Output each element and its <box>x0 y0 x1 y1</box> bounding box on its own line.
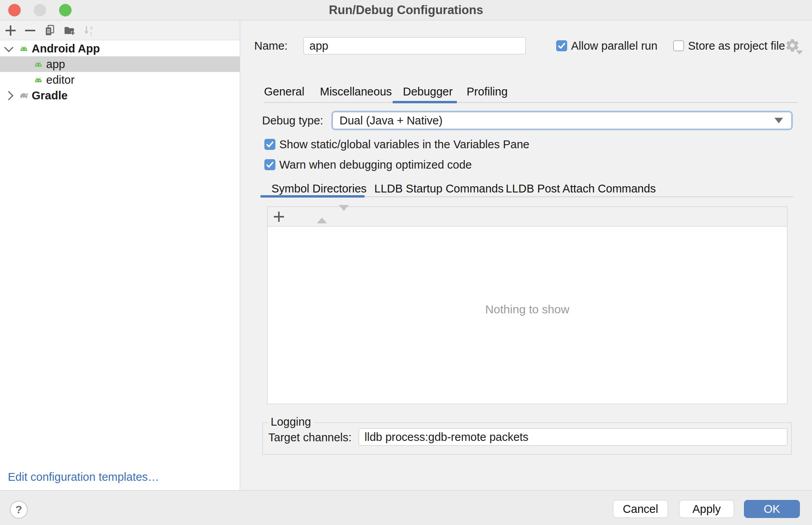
traffic-lights <box>8 0 72 20</box>
tree-item-label[interactable]: app <box>46 58 65 71</box>
tab-debugger[interactable]: Debugger <box>403 85 453 98</box>
remove-icon <box>295 211 307 223</box>
android-icon <box>32 74 44 86</box>
store-as-project-file-checkbox[interactable] <box>673 40 684 51</box>
help-button[interactable]: ? <box>10 501 28 519</box>
allow-parallel-run-checkbox[interactable] <box>556 40 567 51</box>
target-channels-label: Target channels: <box>268 431 352 444</box>
tree-item-gradle[interactable]: Gradle <box>0 88 240 103</box>
move-down-icon <box>339 211 350 223</box>
android-icon <box>18 43 29 54</box>
zoom-button[interactable] <box>59 4 72 16</box>
tree-item-editor[interactable]: editor <box>0 72 240 88</box>
sidebar-toolbar: a z <box>0 21 240 40</box>
warn-optimized-code-label[interactable]: Warn when debugging optimized code <box>279 158 472 171</box>
debug-type-select[interactable]: Dual (Java + Native) <box>331 111 793 130</box>
chevron-down-icon <box>774 118 783 123</box>
table-toolbar <box>268 207 787 227</box>
chevron-right-icon[interactable] <box>4 91 13 100</box>
debug-type-value: Dual (Java + Native) <box>332 114 774 127</box>
tree-item-android-app[interactable]: Android App <box>0 41 240 56</box>
gear-dropdown-arrow-icon <box>796 50 803 54</box>
logging-group-legend: Logging <box>268 415 314 428</box>
sort-alphabetically-icon: a z <box>83 25 95 36</box>
name-label: Name: <box>254 39 287 52</box>
tab-miscellaneous[interactable]: Miscellaneous <box>320 85 392 98</box>
show-static-global-variables-checkbox[interactable] <box>264 139 275 150</box>
cancel-button[interactable]: Cancel <box>613 500 668 518</box>
tab-profiling[interactable]: Profiling <box>467 85 508 98</box>
store-as-project-file-label[interactable]: Store as project file <box>688 39 785 52</box>
add-icon[interactable] <box>5 25 16 36</box>
debug-type-label: Debug type: <box>262 114 323 127</box>
minimize-button[interactable] <box>34 4 46 16</box>
move-up-icon <box>317 211 329 223</box>
new-folder-icon[interactable] <box>63 25 75 36</box>
add-icon[interactable] <box>273 211 285 223</box>
empty-list-text: Nothing to show <box>268 303 787 316</box>
tree-item-label[interactable]: Gradle <box>32 89 68 102</box>
window-title: Run/Debug Configurations <box>0 0 812 20</box>
ok-button[interactable]: OK <box>744 500 800 518</box>
gear-icon[interactable] <box>785 38 801 54</box>
show-static-global-variables-label[interactable]: Show static/global variables in the Vari… <box>279 138 529 151</box>
svg-text:z: z <box>90 31 92 36</box>
apply-button[interactable]: Apply <box>679 500 734 518</box>
tab-lldb-startup-commands[interactable]: LLDB Startup Commands <box>374 182 503 195</box>
gradle-icon <box>18 90 29 101</box>
allow-parallel-run-label[interactable]: Allow parallel run <box>571 39 658 52</box>
chevron-down-icon[interactable] <box>4 43 13 52</box>
tree-item-label[interactable]: editor <box>46 74 75 86</box>
configuration-editor-panel: Name: Allow parallel run Store as projec… <box>241 21 812 490</box>
dialog-footer: ? Cancel Apply OK <box>0 490 812 525</box>
tab-lldb-post-attach-commands[interactable]: LLDB Post Attach Commands <box>506 182 656 195</box>
edit-configuration-templates-link[interactable]: Edit configuration templates… <box>8 471 159 484</box>
target-channels-input[interactable] <box>359 428 787 446</box>
checkmark-icon <box>265 160 275 170</box>
run-debug-configurations-dialog: Run/Debug Configurations <box>0 0 812 525</box>
name-input[interactable] <box>304 37 526 54</box>
selected-subtab-underline <box>260 195 365 198</box>
question-mark-icon: ? <box>15 503 22 516</box>
checkmark-icon <box>557 41 567 51</box>
android-icon <box>32 58 44 70</box>
svg-text:a: a <box>90 25 93 31</box>
symbol-directories-table: Nothing to show <box>267 207 787 404</box>
copy-icon[interactable] <box>44 25 56 36</box>
title-bar: Run/Debug Configurations <box>0 0 812 20</box>
tab-symbol-directories[interactable]: Symbol Directories <box>271 182 366 195</box>
logging-group: Logging Target channels: <box>262 423 792 455</box>
tabs-divider <box>264 102 798 103</box>
tree-item-app[interactable]: app <box>0 56 240 72</box>
remove-icon[interactable] <box>24 25 36 36</box>
close-button[interactable] <box>8 4 21 16</box>
warn-optimized-code-checkbox[interactable] <box>264 159 275 170</box>
selected-tab-underline <box>393 101 457 103</box>
checkmark-icon <box>265 139 275 149</box>
tab-general[interactable]: General <box>264 85 304 98</box>
configurations-sidebar: a z Android App app <box>0 21 240 490</box>
tree-item-label[interactable]: Android App <box>32 42 100 55</box>
